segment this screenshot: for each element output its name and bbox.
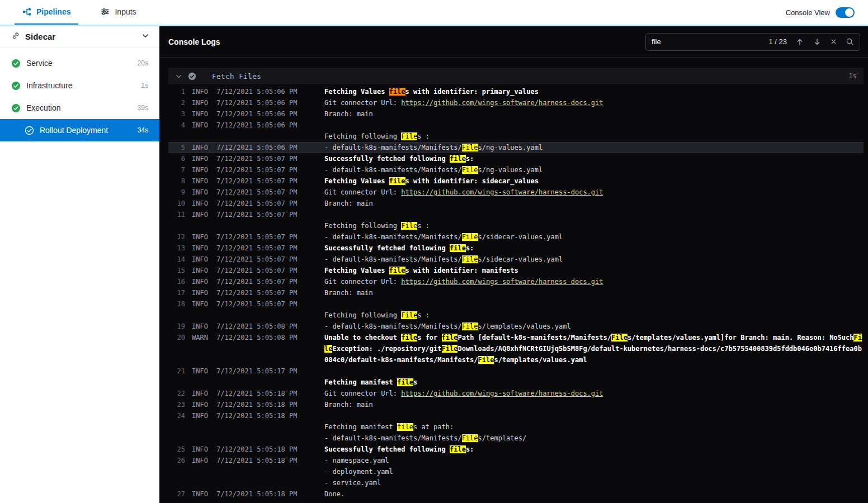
sidebar-step[interactable]: Execution 39s bbox=[0, 97, 159, 119]
next-match-icon[interactable] bbox=[813, 37, 822, 46]
log-row[interactable]: Fetching following Files : bbox=[168, 131, 864, 142]
log-row[interactable]: 24 INFO 7/12/2021 5:05:18 PM bbox=[168, 410, 864, 421]
log-row[interactable]: 19 INFO 7/12/2021 5:05:08 PM - default-k… bbox=[168, 321, 864, 332]
log-level bbox=[192, 421, 212, 433]
sidebar-step[interactable]: Service 20s bbox=[0, 52, 159, 74]
log-row[interactable]: 11 INFO 7/12/2021 5:05:07 PM bbox=[168, 209, 864, 220]
log-row[interactable]: 2 INFO 7/12/2021 5:05:06 PM Git connecto… bbox=[168, 97, 864, 108]
log-timestamp bbox=[216, 477, 315, 488]
log-row[interactable]: 1 INFO 7/12/2021 5:05:06 PM Fetching Val… bbox=[168, 86, 864, 97]
log-row[interactable]: 20 WARN 7/12/2021 5:05:08 PM Unable to c… bbox=[168, 332, 864, 366]
log-line-number: 6 bbox=[168, 153, 185, 164]
sidebar-header[interactable]: Sidecar bbox=[0, 26, 159, 48]
log-line-number: 18 bbox=[168, 298, 185, 310]
log-section-header[interactable]: Fetch Files 1s bbox=[168, 68, 864, 84]
log-row[interactable]: 10 INFO 7/12/2021 5:05:07 PM Branch: mai… bbox=[168, 198, 864, 209]
step-success-icon bbox=[11, 81, 21, 91]
log-message: Fetching following Files : bbox=[324, 220, 864, 231]
log-search-box[interactable]: 1 / 23 bbox=[645, 33, 860, 51]
step-success-icon bbox=[11, 59, 21, 68]
sidebar-step[interactable]: Rollout Deployment 34s bbox=[0, 119, 159, 141]
log-row[interactable]: Fetching manifest files bbox=[168, 377, 864, 388]
log-level bbox=[192, 220, 212, 231]
log-line-number: 26 bbox=[168, 455, 185, 466]
chevron-down-icon[interactable] bbox=[175, 73, 182, 80]
log-row[interactable]: - default-k8s-manifests/Manifests/Files/… bbox=[168, 433, 864, 444]
log-row[interactable]: 3 INFO 7/12/2021 5:05:06 PM Branch: main bbox=[168, 108, 864, 120]
clear-search-icon[interactable] bbox=[830, 38, 837, 45]
log-row[interactable]: 16 INFO 7/12/2021 5:05:07 PM Git connect… bbox=[168, 276, 864, 287]
log-message: Unable to checkout files for filePath [d… bbox=[324, 332, 864, 366]
log-line-number: 27 bbox=[168, 488, 185, 500]
sidebar-step-duration: 1s bbox=[141, 82, 148, 89]
log-row[interactable]: 17 INFO 7/12/2021 5:05:07 PM Branch: mai… bbox=[168, 287, 864, 298]
log-row[interactable]: 13 INFO 7/12/2021 5:05:07 PM Successfull… bbox=[168, 243, 864, 254]
log-link[interactable]: https://github.com/wings-software/harnes… bbox=[401, 278, 603, 286]
log-row[interactable]: 14 INFO 7/12/2021 5:05:07 PM - default-k… bbox=[168, 254, 864, 265]
log-row[interactable]: 8 INFO 7/12/2021 5:05:07 PM Fetching Val… bbox=[168, 175, 864, 187]
log-line-number: 13 bbox=[168, 243, 185, 254]
log-row[interactable]: 6 INFO 7/12/2021 5:05:07 PM Successfully… bbox=[168, 153, 864, 164]
log-row[interactable]: 18 INFO 7/12/2021 5:05:07 PM bbox=[168, 298, 864, 310]
log-message: - default-k8s-manifests/Manifests/Files/… bbox=[324, 433, 864, 444]
log-level: INFO bbox=[192, 175, 212, 187]
log-text: Successfully fetched following files: bbox=[324, 445, 474, 453]
console-view-toggle[interactable] bbox=[836, 7, 855, 18]
prev-match-icon[interactable] bbox=[795, 37, 804, 46]
log-timestamp: 7/12/2021 5:05:07 PM bbox=[216, 298, 315, 310]
log-row[interactable]: 26 INFO 7/12/2021 5:05:18 PM - namespace… bbox=[168, 455, 864, 466]
log-timestamp: 7/12/2021 5:05:06 PM bbox=[216, 142, 315, 153]
log-line-number: 8 bbox=[168, 175, 185, 187]
log-message: Done. bbox=[324, 488, 864, 500]
log-timestamp bbox=[216, 466, 315, 477]
log-row[interactable]: 9 INFO 7/12/2021 5:05:07 PM Git connecto… bbox=[168, 187, 864, 198]
log-timestamp bbox=[216, 377, 315, 388]
log-message bbox=[324, 298, 864, 310]
log-row[interactable]: 25 INFO 7/12/2021 5:05:18 PM Successfull… bbox=[168, 444, 864, 455]
log-level: INFO bbox=[192, 455, 212, 466]
log-text: Fetching Values files with identifier: s… bbox=[324, 177, 539, 185]
log-row[interactable]: - service.yaml bbox=[168, 477, 864, 488]
tab-inputs[interactable]: Inputs bbox=[93, 0, 144, 25]
log-row[interactable]: Fetching following Files : bbox=[168, 220, 864, 231]
log-line-number: 19 bbox=[168, 321, 185, 332]
log-row[interactable]: 15 INFO 7/12/2021 5:05:07 PM Fetching Va… bbox=[168, 265, 864, 276]
log-link[interactable]: https://github.com/wings-software/harnes… bbox=[401, 188, 603, 196]
log-timestamp bbox=[216, 220, 315, 231]
tab-pipelines[interactable]: Pipelines bbox=[15, 0, 78, 25]
log-level: INFO bbox=[192, 97, 212, 108]
log-row[interactable]: 23 INFO 7/12/2021 5:05:18 PM Branch: mai… bbox=[168, 399, 864, 410]
log-line-number: 17 bbox=[168, 287, 185, 298]
log-row[interactable]: 21 INFO 7/12/2021 5:05:17 PM bbox=[168, 366, 864, 377]
log-level: INFO bbox=[192, 265, 212, 276]
sidebar-step[interactable]: Infrastructure 1s bbox=[0, 74, 159, 97]
log-row[interactable]: 27 INFO 7/12/2021 5:05:18 PM Done. bbox=[168, 488, 864, 500]
log-timestamp: 7/12/2021 5:05:06 PM bbox=[216, 97, 315, 108]
log-row[interactable]: 4 INFO 7/12/2021 5:05:06 PM bbox=[168, 120, 864, 131]
log-section-duration: 1s bbox=[849, 72, 857, 80]
log-row[interactable]: 12 INFO 7/12/2021 5:05:07 PM - default-k… bbox=[168, 231, 864, 243]
log-message bbox=[324, 209, 864, 220]
log-text: Git connector Url: bbox=[324, 188, 401, 196]
log-row[interactable]: 5 INFO 7/12/2021 5:05:06 PM - default-k8… bbox=[168, 142, 864, 153]
log-link[interactable]: https://github.com/wings-software/harnes… bbox=[401, 99, 603, 107]
log-row[interactable]: 22 INFO 7/12/2021 5:05:18 PM Git connect… bbox=[168, 388, 864, 399]
log-panel: Fetch Files 1s 1 INFO 7/12/2021 5:05:06 … bbox=[168, 68, 864, 503]
log-row[interactable]: 7 INFO 7/12/2021 5:05:07 PM - default-k8… bbox=[168, 164, 864, 175]
pipelines-icon bbox=[22, 7, 31, 16]
log-line-number: 7 bbox=[168, 164, 185, 175]
log-row[interactable]: - deployment.yaml bbox=[168, 466, 864, 477]
log-row[interactable]: Fetching manifest files at path: bbox=[168, 421, 864, 433]
log-line-number bbox=[168, 477, 185, 488]
search-icon[interactable] bbox=[846, 37, 854, 46]
log-timestamp: 7/12/2021 5:05:08 PM bbox=[216, 321, 315, 332]
log-timestamp: 7/12/2021 5:05:07 PM bbox=[216, 153, 315, 164]
console-view-label: Console View bbox=[786, 8, 830, 17]
log-link[interactable]: https://github.com/wings-software/harnes… bbox=[401, 390, 603, 397]
log-row[interactable]: Fetching following Files : bbox=[168, 310, 864, 321]
search-input[interactable] bbox=[652, 37, 760, 46]
log-timestamp: 7/12/2021 5:05:06 PM bbox=[216, 108, 315, 120]
console-panel: Console Logs 1 / 23 bbox=[159, 26, 868, 503]
chevron-down-icon[interactable] bbox=[141, 32, 149, 42]
sidebar-step-label: Infrastructure bbox=[26, 81, 72, 90]
